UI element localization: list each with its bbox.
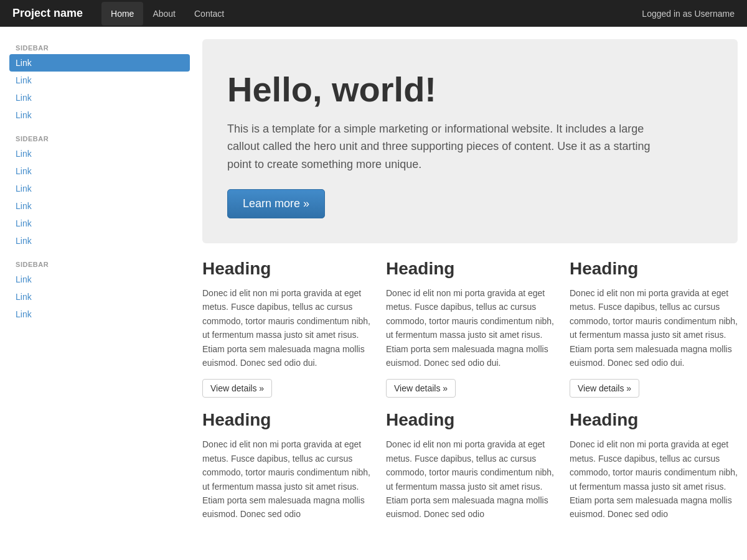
content-block-4: Heading Donec id elit non mi porta gravi… <box>386 410 554 530</box>
navbar-nav: Home About Contact <box>101 2 233 26</box>
navbar: Project name Home About Contact Logged i… <box>0 0 747 27</box>
sidebar-link-1-0[interactable]: Link <box>9 145 190 162</box>
content-heading-4: Heading <box>386 410 554 430</box>
sidebar-link-1-3[interactable]: Link <box>9 197 190 215</box>
content-block-0: Heading Donec id elit non mi porta gravi… <box>202 259 370 398</box>
content-heading-0: Heading <box>202 259 370 279</box>
view-details-button-1[interactable]: View details » <box>386 379 456 398</box>
content-body-4: Donec id elit non mi porta gravida at eg… <box>386 437 554 521</box>
page-container: SIDEBAR Link Link Link Link SIDEBAR Link… <box>0 27 747 543</box>
hero-title: Hello, world! <box>227 70 713 109</box>
content-heading-2: Heading <box>570 259 738 279</box>
nav-link-about[interactable]: About <box>143 2 185 26</box>
sidebar-group-1: SIDEBAR Link Link Link Link Link Link <box>9 130 190 250</box>
nav-link-contact[interactable]: Contact <box>185 2 233 26</box>
sidebar-label-1: SIDEBAR <box>9 130 190 145</box>
sidebar-link-1-4[interactable]: Link <box>9 215 190 232</box>
sidebar-group-2: SIDEBAR Link Link Link <box>9 256 190 323</box>
sidebar-link-2-1[interactable]: Link <box>9 288 190 306</box>
user-status: Logged in as Username <box>642 9 735 19</box>
content-body-3: Donec id elit non mi porta gravida at eg… <box>202 437 370 521</box>
content-block-5: Heading Donec id elit non mi porta gravi… <box>570 410 738 530</box>
sidebar-link-2-0[interactable]: Link <box>9 271 190 288</box>
navbar-brand: Project name <box>12 7 83 20</box>
content-body-5: Donec id elit non mi porta gravida at eg… <box>570 437 738 521</box>
content-body-0: Donec id elit non mi porta gravida at eg… <box>202 286 370 370</box>
nav-link-home[interactable]: Home <box>101 2 143 26</box>
sidebar-link-0-3[interactable]: Link <box>9 106 190 124</box>
content-body-2: Donec id elit non mi porta gravida at eg… <box>570 286 738 370</box>
hero-unit: Hello, world! This is a template for a s… <box>202 39 738 243</box>
sidebar-link-1-5[interactable]: Link <box>9 232 190 250</box>
content-heading-3: Heading <box>202 410 370 430</box>
sidebar-label-0: SIDEBAR <box>9 39 190 54</box>
content-block-1: Heading Donec id elit non mi porta gravi… <box>386 259 554 398</box>
sidebar: SIDEBAR Link Link Link Link SIDEBAR Link… <box>9 39 190 531</box>
content-body-1: Donec id elit non mi porta gravida at eg… <box>386 286 554 370</box>
content-grid: Heading Donec id elit non mi porta gravi… <box>202 259 738 531</box>
nav-item-contact[interactable]: Contact <box>185 2 233 26</box>
content-heading-1: Heading <box>386 259 554 279</box>
nav-item-home[interactable]: Home <box>101 2 143 26</box>
sidebar-group-0: SIDEBAR Link Link Link Link <box>9 39 190 124</box>
view-details-button-0[interactable]: View details » <box>202 379 272 398</box>
sidebar-link-2-2[interactable]: Link <box>9 306 190 323</box>
sidebar-link-1-1[interactable]: Link <box>9 162 190 180</box>
nav-item-about[interactable]: About <box>143 2 185 26</box>
sidebar-link-0-2[interactable]: Link <box>9 89 190 106</box>
content-block-2: Heading Donec id elit non mi porta gravi… <box>570 259 738 398</box>
sidebar-label-2: SIDEBAR <box>9 256 190 271</box>
sidebar-link-0-0[interactable]: Link <box>9 54 190 72</box>
content-heading-5: Heading <box>570 410 738 430</box>
content-block-3: Heading Donec id elit non mi porta gravi… <box>202 410 370 530</box>
sidebar-link-0-1[interactable]: Link <box>9 72 190 89</box>
sidebar-link-1-2[interactable]: Link <box>9 180 190 197</box>
view-details-button-2[interactable]: View details » <box>570 379 639 398</box>
hero-description: This is a template for a simple marketin… <box>227 120 675 174</box>
main-content: Hello, world! This is a template for a s… <box>202 39 738 531</box>
learn-more-button[interactable]: Learn more » <box>227 189 325 218</box>
